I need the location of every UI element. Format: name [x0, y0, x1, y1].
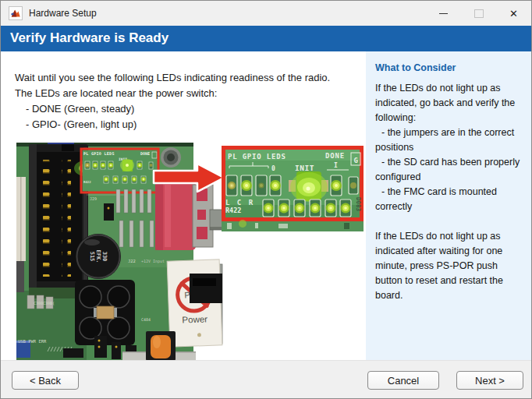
- power-switch: [155, 177, 232, 250]
- inductor: [75, 280, 135, 345]
- footer-bar: < Back Cancel Next >: [1, 360, 531, 398]
- minimize-icon: [439, 13, 448, 14]
- svg-text:PL GPIO LEDS: PL GPIO LEDS: [83, 151, 115, 156]
- svg-text:PL GPIO LEDS: PL GPIO LEDS: [228, 153, 286, 161]
- svg-text:I: I: [334, 162, 338, 169]
- instruction-line: - GPIO- (Green, light up): [15, 117, 362, 132]
- svg-text:L C R: L C R: [225, 199, 254, 207]
- capacitor: 330 EFK. 515: [76, 234, 121, 279]
- svg-text:R422: R422: [83, 180, 91, 184]
- main-content: Wait until you see the following LEDs in…: [1, 51, 367, 360]
- close-icon: ✕: [509, 9, 518, 19]
- matlab-icon: [9, 6, 23, 20]
- maximize-button: [461, 1, 496, 26]
- sidebar-bullet: - the FMC card is mounted correctly: [375, 185, 522, 214]
- svg-text:+12V Input: +12V Input: [141, 259, 165, 264]
- led-zoom-inset: PL GPIO LEDS DONE G 0 INIT I: [222, 146, 364, 231]
- close-button[interactable]: ✕: [496, 1, 531, 26]
- back-button[interactable]: < Back: [12, 371, 79, 390]
- sidebar-intro: If the LEDs do not light up as indicated…: [375, 81, 522, 125]
- svg-text:DONE: DONE: [140, 151, 150, 156]
- hardware-setup-window: Hardware Setup ✕ Verify Hardware is Read…: [0, 0, 532, 399]
- led-area-highlight-box: PL GPIO LEDS DONE INIT: [81, 149, 158, 192]
- window-controls: ✕: [426, 1, 531, 26]
- svg-text:USB PWR ERR: USB PWR ERR: [18, 339, 47, 344]
- title-bar: Hardware Setup ✕: [1, 1, 531, 26]
- svg-text:515: 515: [89, 252, 95, 262]
- svg-text:C484: C484: [141, 317, 151, 322]
- instruction-text: Wait until you see the following LEDs in…: [15, 70, 362, 132]
- sidebar-bullet: - the jumpers are in the correct positio…: [375, 125, 522, 155]
- svg-text:J29: J29: [90, 196, 97, 201]
- mounting-hole: [161, 147, 181, 168]
- instruction-line: - DONE (Green, steady): [15, 101, 362, 117]
- sidebar-bullet: - the SD card has been properly configur…: [375, 155, 522, 185]
- svg-text:330: 330: [101, 252, 108, 262]
- svg-text:EFK.: EFK.: [95, 250, 101, 263]
- cancel-button[interactable]: Cancel: [367, 371, 439, 390]
- svg-text:R422: R422: [225, 207, 241, 214]
- page-title: Verify Hardware is Ready: [1, 26, 531, 51]
- inset-photo-strip: [222, 220, 364, 231]
- minimize-button[interactable]: [426, 1, 461, 26]
- svg-text:Power: Power: [182, 314, 207, 324]
- svg-text:J22: J22: [128, 259, 136, 263]
- svg-text:0: 0: [271, 165, 275, 172]
- consider-sidebar: What to Consider If the LEDs do not ligh…: [366, 51, 531, 360]
- svg-text:G: G: [354, 157, 358, 164]
- instruction-line: Wait until you see the following LEDs in…: [15, 70, 362, 86]
- svg-text:D083: D083: [355, 197, 362, 212]
- svg-text:C308C30B(: C308C30B(: [34, 301, 55, 305]
- sidebar-heading: What to Consider: [375, 61, 522, 76]
- maximize-icon: [474, 9, 484, 18]
- board-photo: PL GPIO LEDS DONE INIT: [16, 143, 364, 361]
- window-title: Hardware Setup: [29, 8, 97, 19]
- next-button[interactable]: Next >: [456, 371, 523, 390]
- instruction-line: The LEDs are located near the power swit…: [15, 86, 362, 101]
- svg-text:DONE: DONE: [325, 152, 345, 160]
- svg-text:INIT: INIT: [295, 164, 314, 172]
- sidebar-note: If the LEDs do not light up as indicated…: [375, 229, 522, 303]
